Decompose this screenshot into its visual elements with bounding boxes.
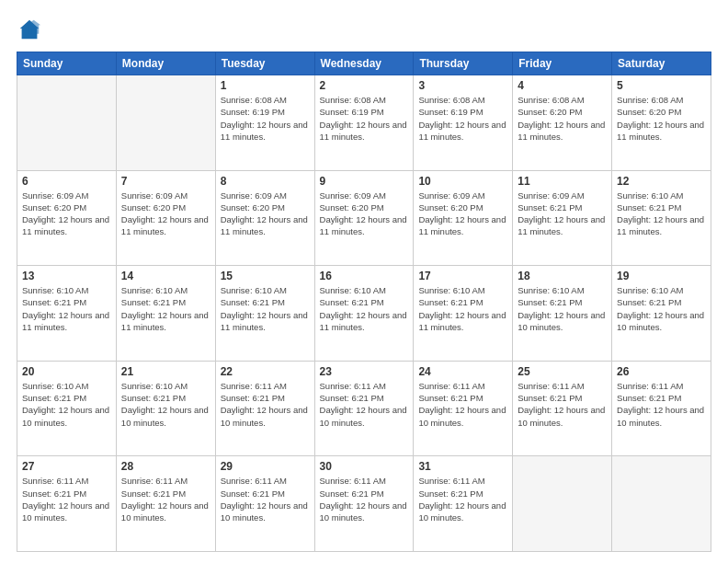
calendar-cell: 13Sunrise: 6:10 AM Sunset: 6:21 PM Dayli… — [17, 266, 117, 362]
week-row-4: 20Sunrise: 6:10 AM Sunset: 6:21 PM Dayli… — [17, 361, 711, 456]
calendar-cell: 12Sunrise: 6:10 AM Sunset: 6:21 PM Dayli… — [612, 170, 711, 266]
day-number: 8 — [221, 175, 310, 188]
weekday-header-friday: Friday — [513, 52, 612, 75]
day-number: 2 — [320, 79, 409, 92]
calendar-cell: 9Sunrise: 6:09 AM Sunset: 6:20 PM Daylig… — [314, 170, 414, 266]
day-info: Sunrise: 6:11 AM Sunset: 6:21 PM Dayligh… — [320, 380, 409, 429]
calendar-cell: 19Sunrise: 6:10 AM Sunset: 6:21 PM Dayli… — [612, 266, 711, 362]
day-number: 9 — [320, 175, 409, 188]
day-number: 28 — [121, 460, 210, 473]
calendar: SundayMondayTuesdayWednesdayThursdayFrid… — [17, 52, 711, 552]
calendar-cell: 21Sunrise: 6:10 AM Sunset: 6:21 PM Dayli… — [116, 361, 215, 456]
day-info: Sunrise: 6:10 AM Sunset: 6:21 PM Dayligh… — [22, 284, 111, 333]
calendar-cell: 29Sunrise: 6:11 AM Sunset: 6:21 PM Dayli… — [215, 456, 314, 552]
calendar-cell: 11Sunrise: 6:09 AM Sunset: 6:21 PM Dayli… — [513, 170, 612, 266]
day-number: 7 — [121, 175, 210, 188]
day-number: 27 — [22, 460, 111, 473]
day-number: 30 — [320, 460, 409, 473]
day-number: 31 — [418, 460, 507, 473]
day-number: 14 — [121, 270, 210, 282]
calendar-cell: 5Sunrise: 6:08 AM Sunset: 6:20 PM Daylig… — [612, 75, 711, 171]
day-info: Sunrise: 6:10 AM Sunset: 6:21 PM Dayligh… — [617, 284, 706, 333]
calendar-cell: 30Sunrise: 6:11 AM Sunset: 6:21 PM Dayli… — [314, 456, 414, 552]
calendar-cell: 23Sunrise: 6:11 AM Sunset: 6:21 PM Dayli… — [314, 361, 414, 456]
day-number: 5 — [617, 79, 706, 92]
calendar-cell: 3Sunrise: 6:08 AM Sunset: 6:19 PM Daylig… — [414, 75, 513, 171]
day-info: Sunrise: 6:10 AM Sunset: 6:21 PM Dayligh… — [121, 284, 210, 333]
day-info: Sunrise: 6:09 AM Sunset: 6:20 PM Dayligh… — [418, 190, 507, 238]
day-number: 15 — [221, 270, 310, 282]
day-info: Sunrise: 6:10 AM Sunset: 6:21 PM Dayligh… — [518, 284, 607, 333]
day-number: 16 — [320, 270, 409, 282]
page: SundayMondayTuesdayWednesdayThursdayFrid… — [0, 0, 728, 563]
day-number: 6 — [22, 175, 111, 188]
logo-icon — [17, 17, 42, 42]
day-info: Sunrise: 6:10 AM Sunset: 6:21 PM Dayligh… — [418, 284, 507, 333]
day-number: 12 — [617, 175, 706, 188]
weekday-header-monday: Monday — [116, 52, 215, 75]
day-number: 20 — [22, 365, 111, 378]
day-info: Sunrise: 6:09 AM Sunset: 6:20 PM Dayligh… — [221, 190, 310, 238]
day-number: 17 — [418, 270, 507, 282]
calendar-cell: 18Sunrise: 6:10 AM Sunset: 6:21 PM Dayli… — [513, 266, 612, 362]
calendar-cell: 1Sunrise: 6:08 AM Sunset: 6:19 PM Daylig… — [215, 75, 314, 171]
calendar-cell — [513, 456, 612, 552]
week-row-1: 1Sunrise: 6:08 AM Sunset: 6:19 PM Daylig… — [17, 75, 711, 171]
calendar-cell: 2Sunrise: 6:08 AM Sunset: 6:19 PM Daylig… — [314, 75, 414, 171]
day-info: Sunrise: 6:09 AM Sunset: 6:21 PM Dayligh… — [518, 190, 607, 238]
logo — [17, 17, 46, 42]
day-number: 29 — [221, 460, 310, 473]
calendar-cell: 17Sunrise: 6:10 AM Sunset: 6:21 PM Dayli… — [414, 266, 513, 362]
weekday-header-sunday: Sunday — [17, 52, 117, 75]
day-info: Sunrise: 6:08 AM Sunset: 6:19 PM Dayligh… — [418, 94, 507, 143]
day-info: Sunrise: 6:11 AM Sunset: 6:21 PM Dayligh… — [221, 475, 310, 523]
day-info: Sunrise: 6:08 AM Sunset: 6:20 PM Dayligh… — [518, 94, 607, 143]
day-info: Sunrise: 6:08 AM Sunset: 6:19 PM Dayligh… — [320, 94, 409, 143]
week-row-3: 13Sunrise: 6:10 AM Sunset: 6:21 PM Dayli… — [17, 266, 711, 362]
day-number: 1 — [221, 79, 310, 92]
calendar-cell: 8Sunrise: 6:09 AM Sunset: 6:20 PM Daylig… — [215, 170, 314, 266]
week-row-2: 6Sunrise: 6:09 AM Sunset: 6:20 PM Daylig… — [17, 170, 711, 266]
day-info: Sunrise: 6:11 AM Sunset: 6:21 PM Dayligh… — [617, 380, 706, 429]
day-info: Sunrise: 6:10 AM Sunset: 6:21 PM Dayligh… — [121, 380, 210, 429]
weekday-header-saturday: Saturday — [612, 52, 711, 75]
day-info: Sunrise: 6:11 AM Sunset: 6:21 PM Dayligh… — [121, 475, 210, 523]
calendar-cell — [17, 75, 117, 171]
day-info: Sunrise: 6:10 AM Sunset: 6:21 PM Dayligh… — [22, 380, 111, 429]
calendar-cell: 22Sunrise: 6:11 AM Sunset: 6:21 PM Dayli… — [215, 361, 314, 456]
day-info: Sunrise: 6:11 AM Sunset: 6:21 PM Dayligh… — [418, 475, 507, 523]
day-number: 4 — [518, 79, 607, 92]
calendar-cell: 27Sunrise: 6:11 AM Sunset: 6:21 PM Dayli… — [17, 456, 117, 552]
calendar-cell: 16Sunrise: 6:10 AM Sunset: 6:21 PM Dayli… — [314, 266, 414, 362]
day-info: Sunrise: 6:11 AM Sunset: 6:21 PM Dayligh… — [418, 380, 507, 429]
weekday-header-row: SundayMondayTuesdayWednesdayThursdayFrid… — [17, 52, 711, 75]
day-number: 21 — [121, 365, 210, 378]
header — [17, 17, 711, 42]
day-number: 11 — [518, 175, 607, 188]
day-number: 18 — [518, 270, 607, 282]
day-info: Sunrise: 6:10 AM Sunset: 6:21 PM Dayligh… — [221, 284, 310, 333]
day-number: 3 — [418, 79, 507, 92]
day-info: Sunrise: 6:09 AM Sunset: 6:20 PM Dayligh… — [22, 190, 111, 238]
calendar-cell — [612, 456, 711, 552]
day-info: Sunrise: 6:08 AM Sunset: 6:19 PM Dayligh… — [221, 94, 310, 143]
calendar-cell: 31Sunrise: 6:11 AM Sunset: 6:21 PM Dayli… — [414, 456, 513, 552]
day-number: 10 — [418, 175, 507, 188]
day-info: Sunrise: 6:09 AM Sunset: 6:20 PM Dayligh… — [121, 190, 210, 238]
weekday-header-wednesday: Wednesday — [314, 52, 414, 75]
weekday-header-thursday: Thursday — [414, 52, 513, 75]
calendar-cell: 28Sunrise: 6:11 AM Sunset: 6:21 PM Dayli… — [116, 456, 215, 552]
weekday-header-tuesday: Tuesday — [215, 52, 314, 75]
calendar-cell: 10Sunrise: 6:09 AM Sunset: 6:20 PM Dayli… — [414, 170, 513, 266]
day-info: Sunrise: 6:10 AM Sunset: 6:21 PM Dayligh… — [320, 284, 409, 333]
calendar-cell: 4Sunrise: 6:08 AM Sunset: 6:20 PM Daylig… — [513, 75, 612, 171]
calendar-cell: 25Sunrise: 6:11 AM Sunset: 6:21 PM Dayli… — [513, 361, 612, 456]
day-number: 26 — [617, 365, 706, 378]
calendar-cell: 14Sunrise: 6:10 AM Sunset: 6:21 PM Dayli… — [116, 266, 215, 362]
day-info: Sunrise: 6:11 AM Sunset: 6:21 PM Dayligh… — [320, 475, 409, 523]
calendar-cell: 26Sunrise: 6:11 AM Sunset: 6:21 PM Dayli… — [612, 361, 711, 456]
calendar-cell: 24Sunrise: 6:11 AM Sunset: 6:21 PM Dayli… — [414, 361, 513, 456]
day-number: 25 — [518, 365, 607, 378]
calendar-cell: 6Sunrise: 6:09 AM Sunset: 6:20 PM Daylig… — [17, 170, 117, 266]
calendar-cell: 20Sunrise: 6:10 AM Sunset: 6:21 PM Dayli… — [17, 361, 117, 456]
